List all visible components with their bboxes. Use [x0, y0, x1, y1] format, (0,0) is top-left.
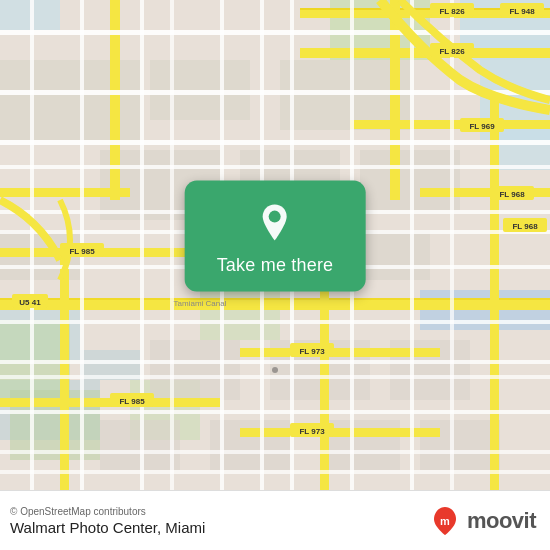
- location-pin-icon: [251, 199, 299, 247]
- button-overlay: Take me there: [185, 181, 366, 292]
- bottom-left: © OpenStreetMap contributors Walmart Pho…: [10, 506, 205, 536]
- svg-text:FL 985: FL 985: [119, 397, 145, 406]
- svg-text:m: m: [440, 515, 450, 527]
- attribution-text: © OpenStreetMap contributors: [10, 506, 205, 517]
- svg-rect-28: [420, 420, 500, 470]
- svg-text:FL 973: FL 973: [299, 347, 325, 356]
- moovit-label: moovit: [467, 508, 536, 534]
- moovit-logo[interactable]: m moovit: [429, 505, 536, 537]
- take-me-there-card[interactable]: Take me there: [185, 181, 366, 292]
- svg-text:FL 826: FL 826: [439, 7, 465, 16]
- svg-text:FL 985: FL 985: [69, 247, 95, 256]
- svg-rect-45: [490, 100, 499, 490]
- svg-text:Tamiami Canal: Tamiami Canal: [174, 299, 227, 308]
- svg-rect-22: [150, 340, 240, 400]
- svg-rect-39: [150, 398, 220, 407]
- bottom-bar: © OpenStreetMap contributors Walmart Pho…: [0, 490, 550, 550]
- svg-rect-44: [320, 280, 329, 490]
- svg-rect-63: [170, 0, 174, 490]
- svg-text:FL 826: FL 826: [439, 47, 465, 56]
- svg-text:FL 973: FL 973: [299, 427, 325, 436]
- svg-point-93: [272, 367, 278, 373]
- svg-rect-60: [30, 0, 34, 490]
- svg-rect-68: [410, 0, 414, 490]
- moovit-brand-icon: m: [429, 505, 461, 537]
- svg-rect-62: [140, 0, 144, 490]
- svg-text:U5 41: U5 41: [19, 298, 41, 307]
- location-label: Walmart Photo Center, Miami: [10, 519, 205, 536]
- map-view: FL 948 FL 826 FL 826 FL 969 FL 968 FL 96…: [0, 0, 550, 490]
- svg-text:FL 968: FL 968: [512, 222, 538, 231]
- svg-text:FL 969: FL 969: [469, 122, 495, 131]
- svg-text:FL 948: FL 948: [509, 7, 535, 16]
- take-me-there-button[interactable]: Take me there: [217, 255, 334, 276]
- svg-point-94: [269, 211, 281, 223]
- svg-text:FL 968: FL 968: [499, 190, 525, 199]
